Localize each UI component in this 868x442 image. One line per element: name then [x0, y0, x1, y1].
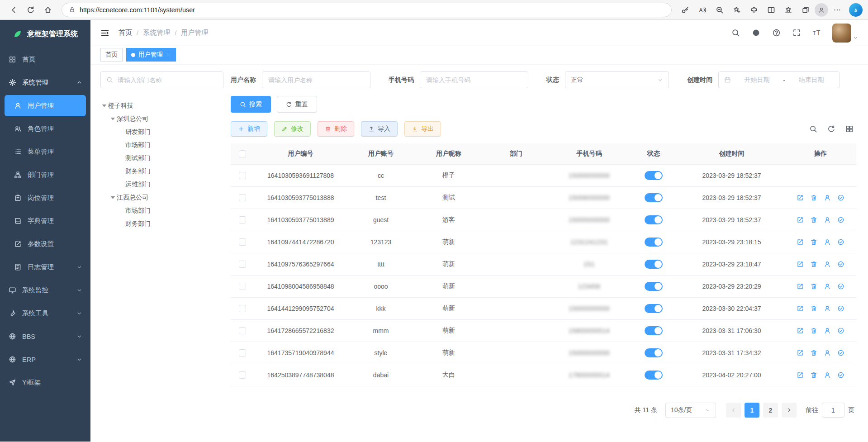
- export-button[interactable]: 导出: [404, 121, 441, 137]
- sidebar-item-tools[interactable]: 系统工具: [0, 302, 90, 325]
- reset-password-button[interactable]: [824, 349, 831, 356]
- row-checkbox[interactable]: [239, 194, 246, 201]
- row-checkbox[interactable]: [239, 327, 246, 334]
- status-toggle[interactable]: [645, 238, 663, 247]
- sidebar-item-menu[interactable]: 菜单管理: [0, 140, 90, 163]
- tree-node[interactable]: 财务部门: [100, 165, 223, 178]
- reset-password-button[interactable]: [824, 194, 831, 201]
- favorite-add-button[interactable]: [729, 2, 745, 18]
- back-button[interactable]: [5, 2, 22, 18]
- edit-button[interactable]: 修改: [274, 121, 311, 137]
- dept-search[interactable]: [100, 71, 223, 88]
- key-button[interactable]: [677, 2, 693, 18]
- sidebar-item-system[interactable]: 系统管理: [0, 71, 90, 94]
- tree-node[interactable]: 江西总公司: [100, 191, 223, 204]
- fullscreen-button[interactable]: [792, 29, 801, 37]
- delete-button[interactable]: [810, 216, 817, 223]
- edit-button[interactable]: [797, 349, 804, 356]
- tree-node[interactable]: 财务部门: [100, 217, 223, 230]
- breadcrumb-item[interactable]: 用户管理: [181, 29, 208, 37]
- sidebar-item-dict[interactable]: 字典管理: [0, 209, 90, 233]
- tab-用户管理[interactable]: 用户管理: [126, 48, 176, 62]
- page-button-2[interactable]: 2: [763, 403, 778, 418]
- edit-button[interactable]: [797, 261, 804, 268]
- delete-button[interactable]: [810, 194, 817, 201]
- favorites-bar-button[interactable]: [780, 2, 797, 18]
- user-avatar[interactable]: [832, 24, 851, 43]
- delete-button[interactable]: [810, 238, 817, 246]
- home-button[interactable]: [40, 2, 56, 18]
- search-button[interactable]: [731, 29, 740, 37]
- delete-button[interactable]: [810, 327, 817, 334]
- refresh-button[interactable]: [23, 2, 39, 18]
- row-checkbox[interactable]: [239, 261, 246, 268]
- delete-button[interactable]: [810, 349, 817, 356]
- assign-role-button[interactable]: [837, 283, 844, 290]
- sidebar-item-home[interactable]: 首页: [0, 48, 90, 71]
- sidebar-item-monitor[interactable]: 系统监控: [0, 279, 90, 302]
- status-toggle[interactable]: [645, 193, 663, 202]
- import-button[interactable]: 导入: [361, 121, 398, 137]
- status-select[interactable]: 正常: [565, 71, 669, 88]
- tree-node[interactable]: 橙子科技: [100, 99, 223, 112]
- sidebar-item-post[interactable]: 岗位管理: [0, 186, 90, 209]
- status-toggle[interactable]: [645, 304, 663, 313]
- status-toggle[interactable]: [645, 348, 663, 357]
- assign-role-button[interactable]: [837, 305, 844, 312]
- delete-button[interactable]: 删除: [318, 121, 354, 137]
- zoom-out-button[interactable]: [711, 2, 728, 18]
- edit-button[interactable]: [797, 194, 804, 201]
- reset-password-button[interactable]: [824, 305, 831, 312]
- row-checkbox[interactable]: [239, 216, 246, 223]
- assign-role-button[interactable]: [837, 371, 844, 379]
- phone-input[interactable]: [420, 71, 528, 88]
- sidebar-item-erp[interactable]: ERP: [0, 348, 90, 371]
- sidebar-item-param[interactable]: 参数设置: [0, 233, 90, 256]
- edit-button[interactable]: [797, 283, 804, 290]
- github-button[interactable]: [752, 29, 760, 37]
- breadcrumb-item[interactable]: 首页: [119, 29, 132, 37]
- page-size-select[interactable]: 10条/页: [665, 403, 716, 418]
- question-button[interactable]: [772, 29, 781, 37]
- status-toggle[interactable]: [645, 282, 663, 291]
- read-aloud-button[interactable]: A: [694, 2, 711, 18]
- assign-role-button[interactable]: [837, 327, 844, 334]
- delete-button[interactable]: [810, 371, 817, 379]
- assign-role-button[interactable]: [837, 216, 844, 223]
- delete-button[interactable]: [810, 261, 817, 268]
- row-checkbox[interactable]: [239, 238, 246, 246]
- search-button[interactable]: [809, 125, 817, 133]
- grid-button[interactable]: [845, 125, 854, 133]
- tree-node[interactable]: 测试部门: [100, 152, 223, 165]
- tree-node[interactable]: 市场部门: [100, 204, 223, 217]
- status-toggle[interactable]: [645, 326, 663, 335]
- menu-fold-icon[interactable]: [100, 29, 109, 38]
- sidebar-item-role[interactable]: 角色管理: [0, 117, 90, 140]
- sidebar-item-dept[interactable]: 部门管理: [0, 163, 90, 186]
- dept-search-input[interactable]: [117, 76, 218, 84]
- reset-password-button[interactable]: [824, 238, 831, 246]
- date-range-picker[interactable]: 开始日期 - 结束日期: [718, 71, 840, 88]
- tree-node[interactable]: 深圳总公司: [100, 112, 223, 125]
- sidebar-item-bbs[interactable]: BBS: [0, 325, 90, 348]
- reset-password-button[interactable]: [824, 216, 831, 223]
- edit-button[interactable]: [797, 327, 804, 334]
- row-checkbox[interactable]: [239, 371, 246, 379]
- assign-role-button[interactable]: [837, 261, 844, 268]
- status-toggle[interactable]: [645, 171, 663, 180]
- reset-password-button[interactable]: [824, 261, 831, 268]
- sidebar-item-user[interactable]: 用户管理: [5, 95, 86, 116]
- tree-node[interactable]: 市场部门: [100, 138, 223, 152]
- row-checkbox[interactable]: [239, 349, 246, 356]
- profile-button[interactable]: [815, 3, 828, 17]
- status-toggle[interactable]: [645, 215, 663, 224]
- select-all-checkbox[interactable]: [239, 150, 246, 157]
- tab-首页[interactable]: 首页: [100, 48, 123, 62]
- status-toggle[interactable]: [645, 371, 663, 380]
- row-checkbox[interactable]: [239, 305, 246, 312]
- delete-button[interactable]: [810, 305, 817, 312]
- breadcrumb-item[interactable]: 系统管理: [143, 29, 170, 37]
- refresh-button[interactable]: [827, 125, 835, 133]
- search-button[interactable]: 搜索: [231, 96, 271, 113]
- prev-page-button[interactable]: [726, 403, 741, 418]
